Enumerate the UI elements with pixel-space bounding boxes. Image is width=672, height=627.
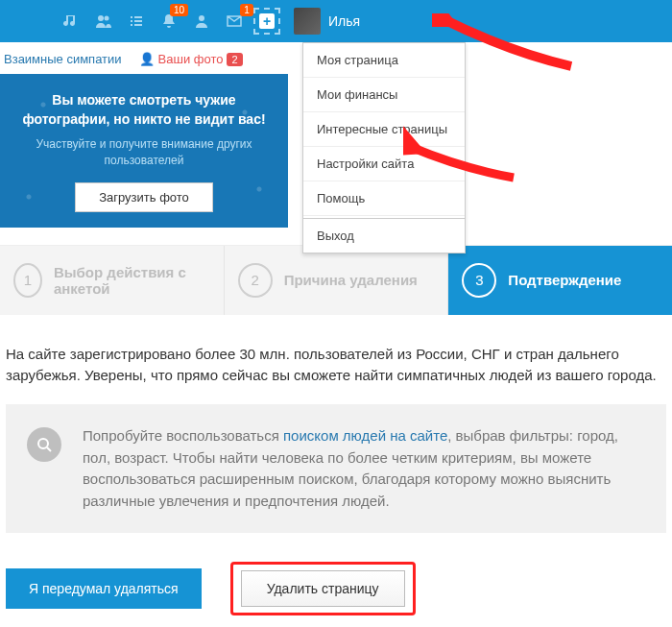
step-1: 1 Выбор действия с анкетой [0,246,224,315]
delete-page-button[interactable]: Удалить страницу [241,570,405,607]
promo-title: Вы можете смотреть чужие фотографии, но … [15,91,273,129]
notification-icon[interactable]: 10 [156,8,182,35]
user-dropdown: Моя страница Мои финансы Интересные стра… [302,42,466,253]
svg-rect-2 [131,16,132,18]
svg-rect-5 [134,20,142,22]
delete-highlight: Удалить страницу [230,562,416,615]
menu-my-page[interactable]: Моя страница [303,43,465,78]
people-icon[interactable] [90,8,117,35]
menu-interesting[interactable]: Интересные страницы [303,112,465,147]
step-3: 3 Подтверждение [447,246,672,315]
svg-rect-4 [131,20,132,22]
photo-count-badge: 2 [227,53,242,66]
tab-your-photo[interactable]: 👤 Ваши фото 2 [139,52,243,66]
cancel-delete-button[interactable]: Я передумал удаляться [6,568,202,609]
avatar[interactable] [294,8,321,35]
tab-mutual[interactable]: Взаимные симпатии [4,52,122,66]
step-2: 2 Причина удаления [224,246,448,315]
step-3-label: Подтверждение [508,272,621,288]
notification-badge: 10 [170,4,188,16]
tab-your-photo-label: Ваши фото [158,52,224,66]
music-icon[interactable] [58,8,84,35]
search-hint: Попробуйте воспользоваться поиском людей… [6,404,666,533]
action-buttons: Я передумал удаляться Удалить страницу [0,562,672,627]
svg-rect-6 [131,24,132,26]
menu-help[interactable]: Помощь [303,181,465,216]
step-1-number: 1 [13,263,42,298]
svg-point-8 [199,15,204,21]
menu-settings[interactable]: Настройки сайта [303,147,465,181]
menu-finances[interactable]: Мои финансы [303,78,465,112]
step-3-number: 3 [462,263,496,298]
svg-point-0 [98,15,104,21]
svg-rect-3 [134,16,142,18]
hint-text-before: Попробуйте воспользоваться [83,427,283,444]
step-2-label: Причина удаления [284,272,418,288]
search-icon [27,427,61,462]
add-button[interactable]: + [253,8,280,35]
steps: 1 Выбор действия с анкетой 2 Причина уда… [0,245,672,315]
upload-photo-button[interactable]: Загрузить фото [75,182,213,212]
svg-line-10 [47,447,51,451]
search-link[interactable]: поиском людей на сайте [283,427,447,444]
top-bar: 10 1 + Илья Моя страница Мои финансы Инт… [0,0,672,42]
messages-icon[interactable]: 1 [221,8,248,35]
confirmation-text: На сайте зарегистрировано более 30 млн. … [0,315,672,405]
step-2-number: 2 [238,263,273,298]
friends-icon[interactable] [188,8,215,35]
plus-icon: + [259,13,275,29]
messages-badge: 1 [240,4,253,16]
user-name[interactable]: Илья [328,13,360,29]
list-icon[interactable] [123,8,150,35]
person-icon: 👤 [139,52,155,66]
svg-point-1 [105,16,109,21]
step-1-label: Выбор действия с анкетой [54,264,210,297]
promo-card: Вы можете смотреть чужие фотографии, но … [0,74,288,228]
promo-subtitle: Участвуйте и получите внимание других по… [15,136,273,169]
svg-point-9 [38,439,48,448]
svg-rect-7 [134,24,142,26]
menu-logout[interactable]: Выход [303,218,465,253]
chevron-down-icon[interactable] [437,18,446,24]
